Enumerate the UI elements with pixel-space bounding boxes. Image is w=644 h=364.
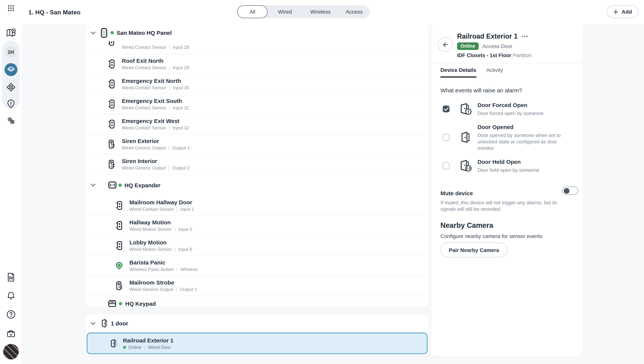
detail-tabs: Device Details Activity: [440, 67, 503, 78]
device-subtitle: Wired Contact Sensor|Input 1: [130, 206, 194, 212]
help-icon[interactable]: [6, 310, 16, 319]
device-type: Wired Generic Output: [122, 145, 166, 151]
device-subtitle: Wired Contact Sensor|Input 30: [122, 85, 189, 91]
separator: |: [174, 227, 176, 232]
checkbox-checked[interactable]: [443, 106, 450, 112]
separator: |: [169, 125, 170, 131]
device-port: Wireless: [180, 267, 198, 272]
device-subtitle: Wired Generic Output|Output 2: [122, 165, 190, 171]
add-button[interactable]: Add: [606, 5, 638, 18]
site-badge[interactable]: 1H: [5, 46, 16, 58]
device-row[interactable]: Siren Exterior Wired Generic Output|Outp…: [86, 134, 429, 154]
mute-toggle[interactable]: [562, 186, 578, 195]
device-subtitle: Wireless Panic Button|Wireless: [130, 267, 198, 272]
checkbox-unchecked[interactable]: [443, 162, 450, 169]
device-port: Input 1: [180, 206, 194, 212]
back-button[interactable]: [438, 37, 452, 52]
device-row[interactable]: Roof Exit North Wired Contact Sensor|Inp…: [86, 54, 429, 74]
chevron-down-icon[interactable]: [91, 184, 95, 186]
device-port: Input 28: [173, 45, 189, 50]
output-device-icon: [108, 159, 116, 169]
device-subtitle: Wired Contact Sensor|Input 31: [122, 105, 189, 111]
device-port: Input 6: [178, 247, 192, 252]
device-subtitle: Wired Motion Sensor|Input 6: [130, 247, 192, 252]
tab-activity[interactable]: Activity: [486, 67, 503, 78]
overflow-menu-icon[interactable]: [522, 35, 528, 38]
device-row[interactable]: Lobby Motion Wired Motion Sensor|Input 6: [86, 236, 429, 256]
device-status: Online: [128, 344, 141, 350]
group-row-doors[interactable]: 1 door: [86, 314, 429, 332]
device-row[interactable]: Barista Panic Wireless Panic Button|Wire…: [86, 256, 429, 276]
device-subtitle: Wired Contact Sensor|Input 29: [122, 65, 189, 71]
device-row[interactable]: Siren Interior Wired Generic Output|Outp…: [86, 154, 429, 174]
chevron-down-icon[interactable]: [91, 31, 95, 34]
door-icon: [110, 339, 116, 348]
separator: |: [176, 206, 178, 212]
tab-wired[interactable]: Wired: [268, 5, 302, 18]
event-title: Door Forced Open: [478, 102, 544, 109]
device-row[interactable]: Mailroom Hallway Door Wired Contact Sens…: [86, 196, 429, 216]
separator: |: [169, 65, 170, 71]
door-held-open-icon: [459, 159, 472, 172]
device-subtitle: Wired Motion Sensor|Input 5: [130, 227, 192, 232]
device-row[interactable]: Emergency Exit South Wired Contact Senso…: [86, 94, 429, 114]
group-row-panel[interactable]: San Mateo HQ Panel: [86, 24, 429, 41]
device-row[interactable]: Hallway Motion Wired Motion Sensor|Input…: [86, 216, 429, 236]
device-port: Input 29: [173, 65, 189, 71]
device-settings-icon[interactable]: [6, 116, 16, 125]
online-status-badge: Online: [457, 42, 479, 50]
toolbox-icon[interactable]: [6, 329, 16, 338]
tab-device-details[interactable]: Device Details: [440, 67, 476, 78]
pair-nearby-camera-button[interactable]: Pair Nearby Camera: [440, 242, 508, 257]
notifications-icon[interactable]: [6, 291, 16, 300]
device-title: Mailroom Strobe: [130, 279, 197, 286]
door-row-selected[interactable]: Railroad Exterior 1 Online|Wired Door: [87, 332, 428, 354]
device-port: Input 5: [178, 227, 192, 232]
device-row-partial[interactable]: Wired Contact Sensor|Input 28: [86, 41, 429, 54]
group-row-keypad[interactable]: HQ Keypad: [86, 296, 429, 307]
contact-sensor-icon: [108, 79, 116, 89]
device-subtitle: Wired Generic Output|Output 1: [130, 287, 197, 292]
tab-all[interactable]: All: [237, 5, 268, 18]
status-dot: [110, 31, 114, 34]
device-type: Wireless Panic Button: [130, 267, 174, 272]
alarm-devices-icon[interactable]: [4, 63, 17, 76]
status-dot: [123, 346, 126, 349]
alarm-question: What events will raise an alarm?: [440, 87, 522, 94]
device-type: Wired Generic Output: [122, 165, 166, 171]
toggle-knob: [564, 188, 570, 194]
checkbox-unchecked[interactable]: [443, 134, 450, 141]
integrations-icon[interactable]: [6, 82, 16, 92]
device-title: Mailroom Hallway Door: [130, 199, 194, 206]
sidebar: 1H: [0, 0, 22, 364]
device-title: Railroad Exterior 1: [123, 336, 174, 344]
map-icon[interactable]: [6, 28, 16, 38]
device-row[interactable]: Mailroom Strobe Wired Generic Output|Out…: [86, 276, 429, 296]
device-row[interactable]: Emergency Exit North Wired Contact Senso…: [86, 74, 429, 94]
separator: |: [174, 247, 176, 252]
event-row-door-opened: Door Opened Door opened by someone when …: [440, 123, 574, 151]
add-button-label: Add: [622, 9, 632, 15]
header-divider: [431, 63, 583, 64]
device-type: Wired Door: [148, 344, 171, 350]
group-row-expander[interactable]: HQ Expander: [86, 174, 429, 196]
contact-sensor-icon: [108, 119, 116, 129]
tab-wireless[interactable]: Wireless: [302, 5, 339, 18]
chevron-down-icon[interactable]: [91, 322, 95, 325]
motion-sensor-icon: [115, 241, 123, 250]
status-dot: [118, 183, 122, 187]
contact-sensor-icon: [115, 200, 123, 210]
device-row[interactable]: Emergency Exit West Wired Contact Sensor…: [86, 114, 429, 134]
tab-access[interactable]: Access: [339, 5, 370, 18]
separator: |: [176, 267, 178, 272]
contact-sensor-icon: [108, 41, 115, 46]
separator: |: [176, 287, 177, 292]
app-switcher-icon[interactable]: [7, 4, 14, 12]
report-bug-icon[interactable]: [6, 272, 16, 282]
door-icon: [102, 319, 108, 328]
alerts-icon[interactable]: [6, 99, 16, 108]
contact-sensor-icon: [108, 59, 116, 69]
user-avatar[interactable]: [3, 344, 18, 360]
device-title: Lobby Motion: [130, 239, 192, 246]
event-title: Door Held Open: [478, 158, 540, 166]
